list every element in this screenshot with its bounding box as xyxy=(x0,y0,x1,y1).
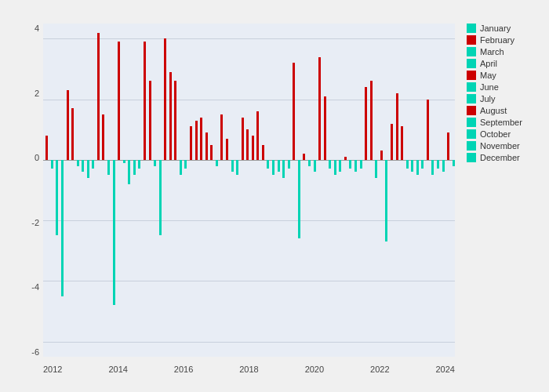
bar xyxy=(344,157,347,160)
bar xyxy=(149,81,151,159)
bar xyxy=(324,96,326,160)
bar xyxy=(262,145,264,160)
x-axis-label: 2022 xyxy=(370,365,389,374)
legend-item: December xyxy=(467,153,541,162)
bar xyxy=(365,87,367,160)
bar xyxy=(71,108,74,160)
legend-color-swatch xyxy=(467,118,476,127)
bar xyxy=(282,160,285,178)
y-axis-label: 2 xyxy=(16,89,39,98)
x-axis-label: 2012 xyxy=(43,365,62,374)
legend-color-swatch xyxy=(467,129,476,139)
bar xyxy=(174,81,176,159)
gridline xyxy=(43,38,455,39)
bar xyxy=(195,121,198,160)
bar xyxy=(210,145,213,160)
bar xyxy=(272,160,274,175)
legend-item: July xyxy=(467,94,541,103)
legend-label: November xyxy=(480,141,520,151)
bar xyxy=(113,160,115,305)
bar xyxy=(442,160,445,172)
bar xyxy=(447,132,449,160)
legend-color-swatch xyxy=(467,59,476,68)
legend-item: January xyxy=(467,24,541,33)
bar xyxy=(246,129,249,160)
bar xyxy=(231,160,234,172)
bar xyxy=(87,160,89,178)
legend-label: April xyxy=(480,59,497,68)
chart-container: 420-2-4-6 2012201420162018202020222024 J… xyxy=(0,0,549,392)
bar xyxy=(380,151,383,160)
bar xyxy=(427,100,429,160)
bar xyxy=(190,126,192,160)
legend-label: July xyxy=(480,94,496,103)
bar xyxy=(375,160,377,178)
bar xyxy=(97,33,100,160)
bar xyxy=(51,160,53,169)
bar xyxy=(164,38,166,160)
legend-item: March xyxy=(467,47,541,56)
bar xyxy=(396,93,398,160)
x-axis-label: 2014 xyxy=(108,365,127,374)
bar xyxy=(303,154,305,160)
bar xyxy=(385,160,387,241)
bar xyxy=(370,81,373,159)
bar xyxy=(180,160,182,175)
legend-label: October xyxy=(480,129,511,139)
legend-item: August xyxy=(467,106,541,115)
bar xyxy=(133,160,136,175)
bar xyxy=(354,160,357,172)
x-axis-label: 2018 xyxy=(239,365,258,374)
bar xyxy=(128,160,130,184)
bar xyxy=(56,160,58,236)
bar xyxy=(314,160,316,172)
bar xyxy=(92,160,94,169)
gridline xyxy=(43,281,455,281)
bar xyxy=(236,160,238,175)
legend-label: March xyxy=(480,47,504,56)
legend-label: February xyxy=(480,35,514,45)
bar xyxy=(77,160,79,166)
bar xyxy=(329,160,331,169)
y-axis-label: 0 xyxy=(16,153,39,162)
legend-color-swatch xyxy=(467,47,476,56)
bar xyxy=(431,160,434,175)
bar xyxy=(401,126,403,160)
bar xyxy=(45,136,48,160)
gridline xyxy=(43,342,455,343)
y-axis-labels: 420-2-4-6 xyxy=(16,24,39,357)
bar xyxy=(391,124,393,160)
bar xyxy=(256,111,259,160)
chart-main: 420-2-4-6 2012201420162018202020222024 xyxy=(16,16,455,376)
legend-label: June xyxy=(480,82,499,92)
legend-color-swatch xyxy=(467,94,476,103)
legend-color-swatch xyxy=(467,141,476,151)
legend-item: November xyxy=(467,141,541,151)
legend-color-swatch xyxy=(467,71,476,80)
bar xyxy=(123,160,125,163)
legend-label: August xyxy=(480,106,507,115)
chart-area: 420-2-4-6 2012201420162018202020222024 J… xyxy=(16,16,541,376)
legend-item: February xyxy=(467,35,541,45)
legend-item: May xyxy=(467,71,541,80)
bar xyxy=(298,160,300,238)
x-axis-label: 2020 xyxy=(305,365,324,374)
bar xyxy=(453,160,455,166)
bar xyxy=(169,72,172,160)
legend-color-swatch xyxy=(467,24,476,33)
bar xyxy=(421,160,424,169)
bar xyxy=(360,160,362,169)
x-axis-label: 2016 xyxy=(174,365,193,374)
bar xyxy=(278,160,280,172)
legend-color-swatch xyxy=(467,153,476,162)
bar xyxy=(220,114,223,160)
bar xyxy=(107,160,110,175)
y-axis-label: -6 xyxy=(16,347,39,357)
legend-label: September xyxy=(480,118,522,127)
bar xyxy=(82,160,84,172)
bar xyxy=(406,160,409,169)
bar xyxy=(159,160,162,236)
x-axis-labels: 2012201420162018202020222024 xyxy=(43,365,455,374)
bar xyxy=(339,160,341,172)
bar xyxy=(154,160,156,166)
